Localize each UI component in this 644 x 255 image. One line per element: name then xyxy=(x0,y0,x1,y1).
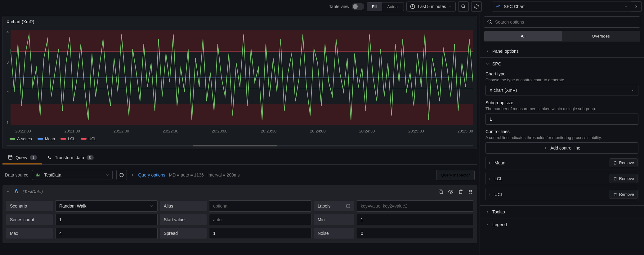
remove-button[interactable]: Remove xyxy=(610,174,637,183)
y-axis: 4 3 2 1 xyxy=(3,27,11,128)
start-value-input[interactable] xyxy=(209,214,311,225)
time-range-label: Last 5 minutes xyxy=(418,4,446,9)
md-text: MD = auto = 1136 xyxy=(169,172,204,177)
svg-point-13 xyxy=(488,20,491,23)
control-line-name: Mean xyxy=(494,160,505,165)
clock-icon xyxy=(410,4,415,9)
legend-item[interactable]: Mean xyxy=(38,136,55,141)
section-panel-options[interactable]: Panel options xyxy=(480,45,644,57)
y-tick: 4 xyxy=(7,30,9,34)
max-label: Max xyxy=(6,228,53,239)
alias-input[interactable] xyxy=(209,200,311,212)
chevron-right-icon[interactable] xyxy=(131,173,134,177)
zoom-out-icon xyxy=(461,4,466,9)
trash-icon[interactable] xyxy=(458,189,463,195)
section-tooltip[interactable]: Tooltip xyxy=(480,206,644,218)
tab-transform[interactable]: Transform data 0 xyxy=(42,152,99,164)
alias-label: Alias xyxy=(160,201,207,211)
search-options-input[interactable] xyxy=(484,16,640,28)
trash-icon xyxy=(613,192,617,197)
section-legend[interactable]: Legend xyxy=(480,218,644,231)
legend-item[interactable]: LCL xyxy=(60,136,75,141)
spread-input[interactable] xyxy=(209,228,311,239)
legend-item[interactable]: UCL xyxy=(81,136,96,141)
query-transform-tabs: Query 1 Transform data 0 xyxy=(2,152,477,165)
tab-query[interactable]: Query 1 xyxy=(2,152,42,164)
x-tick: 20:23:00 xyxy=(212,129,228,133)
svg-point-11 xyxy=(471,193,472,193)
query-toolbar: Data source TestData Query options MD = … xyxy=(2,167,477,183)
chevron-down-icon xyxy=(105,173,109,177)
noise-input[interactable] xyxy=(357,228,473,239)
query-row-header[interactable]: A (TestData) xyxy=(2,185,477,198)
drag-handle-icon[interactable] xyxy=(468,189,473,195)
scenario-select[interactable]: Random Walk xyxy=(55,200,158,212)
chevron-down-icon xyxy=(624,5,628,8)
refresh-icon xyxy=(474,4,479,9)
chevron-right-icon xyxy=(485,49,489,53)
data-source-label: Data source xyxy=(5,172,28,177)
y-tick: 1 xyxy=(7,120,9,125)
control-line-name: LCL xyxy=(494,176,503,181)
testdata-icon xyxy=(35,172,41,178)
svg-point-8 xyxy=(470,191,470,192)
query-letter: A xyxy=(14,188,18,195)
remove-button[interactable]: Remove xyxy=(610,190,637,199)
max-input[interactable] xyxy=(55,228,158,239)
y-tick: 2 xyxy=(7,90,9,95)
plot-area[interactable] xyxy=(11,30,473,125)
x-tick: 20:24:00 xyxy=(310,129,326,133)
query-options-link[interactable]: Query options xyxy=(138,172,165,177)
svg-point-7 xyxy=(471,190,472,190)
visualization-picker[interactable]: SPC Chart xyxy=(492,2,631,11)
x-axis: 20:21:00 20:21:30 20:22:00 20:22:30 20:2… xyxy=(3,128,477,135)
tab-overrides[interactable]: Overrides xyxy=(562,31,640,41)
remove-button[interactable]: Remove xyxy=(610,158,637,167)
start-value-label: Start value xyxy=(160,214,207,225)
chart-type-select[interactable]: X chart (XmR) xyxy=(485,85,638,96)
labels-input[interactable] xyxy=(357,200,473,212)
transform-count-badge: 0 xyxy=(87,155,94,160)
subgroup-size-input[interactable] xyxy=(485,114,638,125)
chevron-right-icon[interactable] xyxy=(488,177,491,181)
min-label: Min xyxy=(314,214,354,225)
chevron-right-icon xyxy=(485,210,489,214)
chart-icon xyxy=(495,4,501,9)
table-view-toggle[interactable] xyxy=(352,3,364,10)
refresh-button[interactable] xyxy=(471,1,482,12)
x-tick: 20:24:30 xyxy=(359,129,375,133)
chevron-right-icon[interactable] xyxy=(488,161,491,165)
chevron-down-icon xyxy=(485,62,489,66)
data-source-select[interactable]: TestData xyxy=(32,170,113,180)
fill-button[interactable]: Fill xyxy=(367,2,382,11)
query-row-a: A (TestData) Scenario Random Walk Alias … xyxy=(2,185,477,243)
noise-label: Noise xyxy=(314,228,354,239)
section-spc[interactable]: SPC xyxy=(480,58,644,70)
tab-all[interactable]: All xyxy=(484,31,562,41)
eye-icon[interactable] xyxy=(448,189,454,195)
x-tick: 20:25:00 xyxy=(408,129,424,133)
x-tick: 20:21:00 xyxy=(15,129,31,133)
min-input[interactable] xyxy=(357,214,473,225)
series-count-input[interactable] xyxy=(55,214,158,225)
trash-icon xyxy=(613,177,617,181)
actual-button[interactable]: Actual xyxy=(382,2,404,11)
collapse-options-button[interactable] xyxy=(631,1,642,12)
query-count-badge: 1 xyxy=(30,155,37,160)
info-icon[interactable] xyxy=(346,204,351,208)
chevron-right-icon[interactable] xyxy=(488,193,491,196)
x-tick: 20:21:30 xyxy=(64,129,80,133)
zoom-out-button[interactable] xyxy=(458,1,469,12)
chart-type-label: Chart type xyxy=(485,71,638,76)
duplicate-icon[interactable] xyxy=(438,189,444,195)
control-lines-desc: A control line indicates thresholds for … xyxy=(485,135,638,140)
add-control-line-button[interactable]: Add control line xyxy=(485,142,638,154)
database-icon xyxy=(7,155,13,160)
interval-text: Interval = 200ms xyxy=(208,172,240,177)
time-range-picker[interactable]: Last 5 minutes xyxy=(406,2,456,11)
data-source-help-button[interactable] xyxy=(116,170,127,180)
horizontal-scrollbar[interactable] xyxy=(7,145,473,146)
legend-item[interactable]: A-series xyxy=(10,136,32,141)
y-tick: 3 xyxy=(7,60,9,65)
query-inspector-button[interactable]: Query inspector xyxy=(436,170,475,180)
